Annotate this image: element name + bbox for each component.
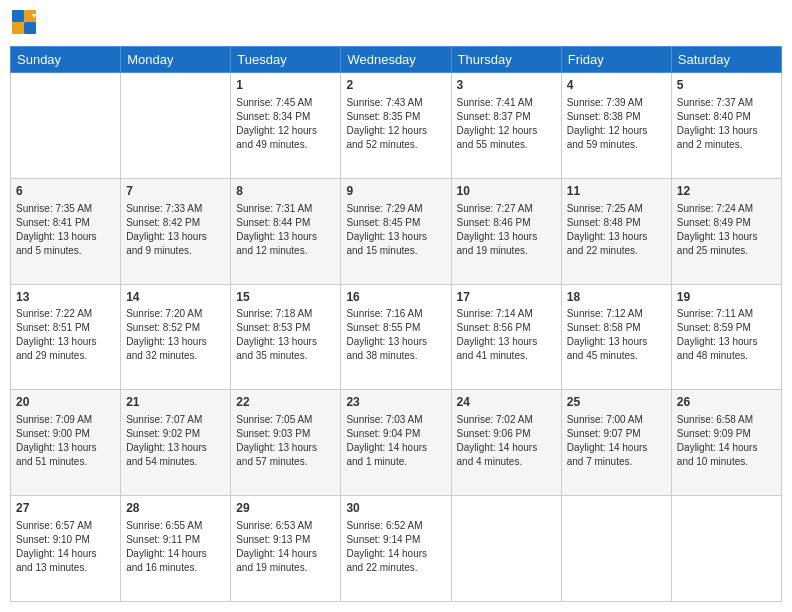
calendar-cell: 27Sunrise: 6:57 AMSunset: 9:10 PMDayligh… bbox=[11, 496, 121, 602]
day-number: 2 bbox=[346, 77, 445, 94]
sunset-text: Sunset: 8:34 PM bbox=[236, 111, 310, 122]
header-friday: Friday bbox=[561, 47, 671, 73]
calendar-cell bbox=[121, 73, 231, 179]
daylight-text: Daylight: 12 hours and 52 minutes. bbox=[346, 125, 427, 150]
sunrise-text: Sunrise: 7:05 AM bbox=[236, 414, 312, 425]
calendar-cell: 28Sunrise: 6:55 AMSunset: 9:11 PMDayligh… bbox=[121, 496, 231, 602]
sunrise-text: Sunrise: 6:53 AM bbox=[236, 520, 312, 531]
calendar-week-row: 6Sunrise: 7:35 AMSunset: 8:41 PMDaylight… bbox=[11, 178, 782, 284]
calendar-week-row: 27Sunrise: 6:57 AMSunset: 9:10 PMDayligh… bbox=[11, 496, 782, 602]
daylight-text: Daylight: 13 hours and 9 minutes. bbox=[126, 231, 207, 256]
daylight-text: Daylight: 14 hours and 22 minutes. bbox=[346, 548, 427, 573]
day-number: 27 bbox=[16, 500, 115, 517]
daylight-text: Daylight: 13 hours and 41 minutes. bbox=[457, 336, 538, 361]
daylight-text: Daylight: 13 hours and 38 minutes. bbox=[346, 336, 427, 361]
day-number: 16 bbox=[346, 289, 445, 306]
calendar-cell: 22Sunrise: 7:05 AMSunset: 9:03 PMDayligh… bbox=[231, 390, 341, 496]
day-number: 25 bbox=[567, 394, 666, 411]
daylight-text: Daylight: 13 hours and 2 minutes. bbox=[677, 125, 758, 150]
sunrise-text: Sunrise: 7:02 AM bbox=[457, 414, 533, 425]
daylight-text: Daylight: 13 hours and 35 minutes. bbox=[236, 336, 317, 361]
calendar-cell: 9Sunrise: 7:29 AMSunset: 8:45 PMDaylight… bbox=[341, 178, 451, 284]
day-number: 20 bbox=[16, 394, 115, 411]
sunrise-text: Sunrise: 7:33 AM bbox=[126, 203, 202, 214]
sunrise-text: Sunrise: 7:29 AM bbox=[346, 203, 422, 214]
sunrise-text: Sunrise: 7:11 AM bbox=[677, 308, 753, 319]
calendar-cell bbox=[561, 496, 671, 602]
sunset-text: Sunset: 9:13 PM bbox=[236, 534, 310, 545]
sunset-text: Sunset: 8:38 PM bbox=[567, 111, 641, 122]
daylight-text: Daylight: 12 hours and 49 minutes. bbox=[236, 125, 317, 150]
sunset-text: Sunset: 8:59 PM bbox=[677, 322, 751, 333]
calendar-cell: 17Sunrise: 7:14 AMSunset: 8:56 PMDayligh… bbox=[451, 284, 561, 390]
calendar-cell: 6Sunrise: 7:35 AMSunset: 8:41 PMDaylight… bbox=[11, 178, 121, 284]
calendar-cell: 10Sunrise: 7:27 AMSunset: 8:46 PMDayligh… bbox=[451, 178, 561, 284]
daylight-text: Daylight: 13 hours and 19 minutes. bbox=[457, 231, 538, 256]
calendar-cell: 16Sunrise: 7:16 AMSunset: 8:55 PMDayligh… bbox=[341, 284, 451, 390]
sunrise-text: Sunrise: 7:39 AM bbox=[567, 97, 643, 108]
svg-rect-0 bbox=[12, 10, 24, 22]
sunrise-text: Sunrise: 6:52 AM bbox=[346, 520, 422, 531]
daylight-text: Daylight: 13 hours and 57 minutes. bbox=[236, 442, 317, 467]
sunset-text: Sunset: 8:46 PM bbox=[457, 217, 531, 228]
day-number: 1 bbox=[236, 77, 335, 94]
day-number: 19 bbox=[677, 289, 776, 306]
sunset-text: Sunset: 8:45 PM bbox=[346, 217, 420, 228]
daylight-text: Daylight: 14 hours and 10 minutes. bbox=[677, 442, 758, 467]
sunset-text: Sunset: 8:37 PM bbox=[457, 111, 531, 122]
day-number: 26 bbox=[677, 394, 776, 411]
sunrise-text: Sunrise: 7:31 AM bbox=[236, 203, 312, 214]
sunset-text: Sunset: 8:53 PM bbox=[236, 322, 310, 333]
calendar-cell: 1Sunrise: 7:45 AMSunset: 8:34 PMDaylight… bbox=[231, 73, 341, 179]
calendar-cell: 25Sunrise: 7:00 AMSunset: 9:07 PMDayligh… bbox=[561, 390, 671, 496]
daylight-text: Daylight: 12 hours and 59 minutes. bbox=[567, 125, 648, 150]
daylight-text: Daylight: 13 hours and 15 minutes. bbox=[346, 231, 427, 256]
header-monday: Monday bbox=[121, 47, 231, 73]
sunrise-text: Sunrise: 7:27 AM bbox=[457, 203, 533, 214]
sunrise-text: Sunrise: 7:20 AM bbox=[126, 308, 202, 319]
sunset-text: Sunset: 9:10 PM bbox=[16, 534, 90, 545]
sunrise-text: Sunrise: 7:24 AM bbox=[677, 203, 753, 214]
day-number: 17 bbox=[457, 289, 556, 306]
sunrise-text: Sunrise: 7:18 AM bbox=[236, 308, 312, 319]
sunrise-text: Sunrise: 7:25 AM bbox=[567, 203, 643, 214]
daylight-text: Daylight: 13 hours and 45 minutes. bbox=[567, 336, 648, 361]
daylight-text: Daylight: 14 hours and 16 minutes. bbox=[126, 548, 207, 573]
sunset-text: Sunset: 8:56 PM bbox=[457, 322, 531, 333]
day-number: 11 bbox=[567, 183, 666, 200]
calendar-cell: 11Sunrise: 7:25 AMSunset: 8:48 PMDayligh… bbox=[561, 178, 671, 284]
sunrise-text: Sunrise: 7:45 AM bbox=[236, 97, 312, 108]
calendar-cell: 7Sunrise: 7:33 AMSunset: 8:42 PMDaylight… bbox=[121, 178, 231, 284]
day-number: 9 bbox=[346, 183, 445, 200]
calendar-cell: 30Sunrise: 6:52 AMSunset: 9:14 PMDayligh… bbox=[341, 496, 451, 602]
sunset-text: Sunset: 9:09 PM bbox=[677, 428, 751, 439]
sunset-text: Sunset: 8:35 PM bbox=[346, 111, 420, 122]
sunset-text: Sunset: 9:11 PM bbox=[126, 534, 200, 545]
sunset-text: Sunset: 8:51 PM bbox=[16, 322, 90, 333]
daylight-text: Daylight: 13 hours and 51 minutes. bbox=[16, 442, 97, 467]
calendar-cell: 2Sunrise: 7:43 AMSunset: 8:35 PMDaylight… bbox=[341, 73, 451, 179]
daylight-text: Daylight: 14 hours and 19 minutes. bbox=[236, 548, 317, 573]
daylight-text: Daylight: 14 hours and 4 minutes. bbox=[457, 442, 538, 467]
svg-rect-2 bbox=[12, 22, 24, 34]
day-number: 28 bbox=[126, 500, 225, 517]
calendar-cell: 21Sunrise: 7:07 AMSunset: 9:02 PMDayligh… bbox=[121, 390, 231, 496]
sunrise-text: Sunrise: 6:57 AM bbox=[16, 520, 92, 531]
header-sunday: Sunday bbox=[11, 47, 121, 73]
sunrise-text: Sunrise: 7:37 AM bbox=[677, 97, 753, 108]
calendar-week-row: 20Sunrise: 7:09 AMSunset: 9:00 PMDayligh… bbox=[11, 390, 782, 496]
calendar-cell bbox=[451, 496, 561, 602]
day-number: 15 bbox=[236, 289, 335, 306]
sunrise-text: Sunrise: 7:00 AM bbox=[567, 414, 643, 425]
sunrise-text: Sunrise: 7:14 AM bbox=[457, 308, 533, 319]
sunset-text: Sunset: 8:41 PM bbox=[16, 217, 90, 228]
sunrise-text: Sunrise: 7:09 AM bbox=[16, 414, 92, 425]
header-tuesday: Tuesday bbox=[231, 47, 341, 73]
day-number: 4 bbox=[567, 77, 666, 94]
sunset-text: Sunset: 8:58 PM bbox=[567, 322, 641, 333]
daylight-text: Daylight: 14 hours and 7 minutes. bbox=[567, 442, 648, 467]
daylight-text: Daylight: 14 hours and 13 minutes. bbox=[16, 548, 97, 573]
sunset-text: Sunset: 9:02 PM bbox=[126, 428, 200, 439]
calendar-cell: 14Sunrise: 7:20 AMSunset: 8:52 PMDayligh… bbox=[121, 284, 231, 390]
day-number: 23 bbox=[346, 394, 445, 411]
